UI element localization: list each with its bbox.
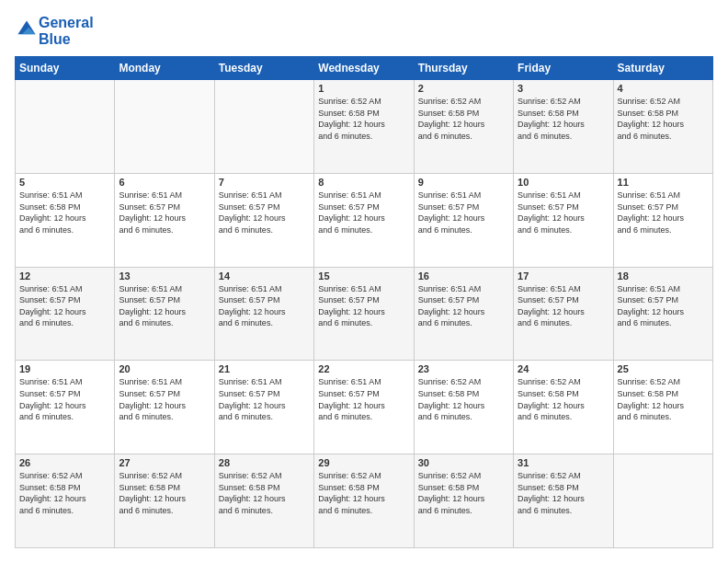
day-number: 21: [219, 363, 310, 374]
day-number: 29: [318, 457, 409, 468]
day-number: 31: [518, 457, 609, 468]
day-info: Sunrise: 6:51 AM Sunset: 6:57 PM Dayligh…: [618, 190, 709, 236]
day-info: Sunrise: 6:52 AM Sunset: 6:58 PM Dayligh…: [418, 96, 509, 142]
logo: General Blue: [15, 15, 94, 47]
calendar-week-row: 26Sunrise: 6:52 AM Sunset: 6:58 PM Dayli…: [16, 454, 713, 548]
calendar-day: 28Sunrise: 6:52 AM Sunset: 6:58 PM Dayli…: [214, 454, 313, 548]
day-number: 22: [318, 363, 409, 374]
weekday-header: Monday: [115, 57, 214, 80]
calendar-week-row: 12Sunrise: 6:51 AM Sunset: 6:57 PM Dayli…: [16, 267, 713, 361]
day-info: Sunrise: 6:51 AM Sunset: 6:57 PM Dayligh…: [318, 190, 409, 236]
day-number: 26: [19, 457, 110, 468]
day-info: Sunrise: 6:52 AM Sunset: 6:58 PM Dayligh…: [219, 470, 310, 516]
day-info: Sunrise: 6:52 AM Sunset: 6:58 PM Dayligh…: [518, 470, 609, 516]
day-number: 11: [618, 177, 709, 188]
day-info: Sunrise: 6:51 AM Sunset: 6:57 PM Dayligh…: [618, 283, 709, 329]
calendar-day: 22Sunrise: 6:51 AM Sunset: 6:57 PM Dayli…: [314, 361, 414, 454]
calendar-day: 23Sunrise: 6:52 AM Sunset: 6:58 PM Dayli…: [414, 361, 513, 454]
calendar-day: 20Sunrise: 6:51 AM Sunset: 6:57 PM Dayli…: [115, 361, 214, 454]
weekday-header: Saturday: [613, 57, 712, 80]
weekday-header: Thursday: [414, 57, 513, 80]
day-number: 9: [418, 177, 509, 188]
day-number: 2: [418, 83, 509, 94]
calendar-day: 5Sunrise: 6:51 AM Sunset: 6:58 PM Daylig…: [16, 173, 115, 267]
day-info: Sunrise: 6:51 AM Sunset: 6:57 PM Dayligh…: [518, 190, 609, 236]
calendar-day: 13Sunrise: 6:51 AM Sunset: 6:57 PM Dayli…: [115, 267, 214, 361]
day-number: 28: [219, 457, 310, 468]
weekday-header: Friday: [514, 57, 613, 80]
logo-icon: [17, 19, 37, 40]
calendar-day: 29Sunrise: 6:52 AM Sunset: 6:58 PM Dayli…: [314, 454, 414, 548]
day-number: 16: [418, 270, 509, 282]
day-info: Sunrise: 6:51 AM Sunset: 6:57 PM Dayligh…: [219, 190, 310, 236]
day-number: 6: [119, 177, 210, 188]
day-number: 14: [219, 270, 310, 282]
calendar-day: 21Sunrise: 6:51 AM Sunset: 6:57 PM Dayli…: [214, 361, 313, 454]
day-info: Sunrise: 6:51 AM Sunset: 6:57 PM Dayligh…: [219, 283, 310, 329]
day-number: 19: [19, 363, 110, 374]
day-number: 17: [518, 270, 609, 282]
calendar-week-row: 1Sunrise: 6:52 AM Sunset: 6:58 PM Daylig…: [16, 80, 713, 174]
calendar-day: 19Sunrise: 6:51 AM Sunset: 6:57 PM Dayli…: [16, 361, 115, 454]
day-number: 27: [119, 457, 210, 468]
calendar-day: 17Sunrise: 6:51 AM Sunset: 6:57 PM Dayli…: [514, 267, 613, 361]
day-number: 15: [318, 270, 409, 282]
day-info: Sunrise: 6:52 AM Sunset: 6:58 PM Dayligh…: [518, 96, 609, 142]
day-info: Sunrise: 6:51 AM Sunset: 6:58 PM Dayligh…: [19, 190, 110, 236]
day-info: Sunrise: 6:51 AM Sunset: 6:57 PM Dayligh…: [119, 190, 210, 236]
calendar-table: SundayMondayTuesdayWednesdayThursdayFrid…: [15, 56, 713, 548]
day-info: Sunrise: 6:51 AM Sunset: 6:57 PM Dayligh…: [19, 283, 110, 329]
calendar-day: 7Sunrise: 6:51 AM Sunset: 6:57 PM Daylig…: [214, 173, 313, 267]
calendar-day: 11Sunrise: 6:51 AM Sunset: 6:57 PM Dayli…: [613, 173, 712, 267]
calendar-empty: [115, 80, 214, 174]
day-number: 18: [618, 270, 709, 282]
calendar-day: 12Sunrise: 6:51 AM Sunset: 6:57 PM Dayli…: [16, 267, 115, 361]
day-number: 7: [219, 177, 310, 188]
calendar-day: 8Sunrise: 6:51 AM Sunset: 6:57 PM Daylig…: [314, 173, 414, 267]
day-number: 20: [119, 363, 210, 374]
day-info: Sunrise: 6:51 AM Sunset: 6:57 PM Dayligh…: [318, 283, 409, 329]
day-info: Sunrise: 6:51 AM Sunset: 6:57 PM Dayligh…: [119, 376, 210, 422]
day-info: Sunrise: 6:51 AM Sunset: 6:57 PM Dayligh…: [418, 283, 509, 329]
weekday-header: Wednesday: [314, 57, 414, 80]
day-number: 5: [19, 177, 110, 188]
day-number: 23: [418, 363, 509, 374]
page: General Blue SundayMondayTuesdayWednesda…: [0, 0, 728, 563]
day-info: Sunrise: 6:52 AM Sunset: 6:58 PM Dayligh…: [318, 96, 409, 142]
day-info: Sunrise: 6:52 AM Sunset: 6:58 PM Dayligh…: [518, 376, 609, 422]
calendar-day: 26Sunrise: 6:52 AM Sunset: 6:58 PM Dayli…: [16, 454, 115, 548]
day-info: Sunrise: 6:51 AM Sunset: 6:57 PM Dayligh…: [19, 376, 110, 422]
calendar-day: 3Sunrise: 6:52 AM Sunset: 6:58 PM Daylig…: [514, 80, 613, 174]
day-info: Sunrise: 6:52 AM Sunset: 6:58 PM Dayligh…: [618, 96, 709, 142]
calendar-day: 16Sunrise: 6:51 AM Sunset: 6:57 PM Dayli…: [414, 267, 513, 361]
day-info: Sunrise: 6:52 AM Sunset: 6:58 PM Dayligh…: [19, 470, 110, 516]
calendar-day: 18Sunrise: 6:51 AM Sunset: 6:57 PM Dayli…: [613, 267, 712, 361]
day-number: 1: [318, 83, 409, 94]
day-info: Sunrise: 6:51 AM Sunset: 6:57 PM Dayligh…: [318, 376, 409, 422]
calendar-week-row: 19Sunrise: 6:51 AM Sunset: 6:57 PM Dayli…: [16, 361, 713, 454]
calendar-day: 15Sunrise: 6:51 AM Sunset: 6:57 PM Dayli…: [314, 267, 414, 361]
day-number: 12: [19, 270, 110, 282]
day-number: 25: [618, 363, 709, 374]
calendar-day: 30Sunrise: 6:52 AM Sunset: 6:58 PM Dayli…: [414, 454, 513, 548]
calendar-day: 9Sunrise: 6:51 AM Sunset: 6:57 PM Daylig…: [414, 173, 513, 267]
day-number: 10: [518, 177, 609, 188]
calendar-day: 24Sunrise: 6:52 AM Sunset: 6:58 PM Dayli…: [514, 361, 613, 454]
day-info: Sunrise: 6:51 AM Sunset: 6:57 PM Dayligh…: [518, 283, 609, 329]
day-info: Sunrise: 6:52 AM Sunset: 6:58 PM Dayligh…: [618, 376, 709, 422]
calendar-day: 31Sunrise: 6:52 AM Sunset: 6:58 PM Dayli…: [514, 454, 613, 548]
day-info: Sunrise: 6:51 AM Sunset: 6:57 PM Dayligh…: [119, 283, 210, 329]
calendar-week-row: 5Sunrise: 6:51 AM Sunset: 6:58 PM Daylig…: [16, 173, 713, 267]
calendar-day: 6Sunrise: 6:51 AM Sunset: 6:57 PM Daylig…: [115, 173, 214, 267]
header: General Blue: [15, 15, 713, 47]
calendar-day: 2Sunrise: 6:52 AM Sunset: 6:58 PM Daylig…: [414, 80, 513, 174]
calendar-day: 4Sunrise: 6:52 AM Sunset: 6:58 PM Daylig…: [613, 80, 712, 174]
calendar-empty: [613, 454, 712, 548]
day-info: Sunrise: 6:51 AM Sunset: 6:57 PM Dayligh…: [418, 190, 509, 236]
day-info: Sunrise: 6:52 AM Sunset: 6:58 PM Dayligh…: [418, 376, 509, 422]
day-number: 30: [418, 457, 509, 468]
weekday-header: Sunday: [16, 57, 115, 80]
weekday-header: Tuesday: [214, 57, 313, 80]
day-number: 8: [318, 177, 409, 188]
day-number: 24: [518, 363, 609, 374]
